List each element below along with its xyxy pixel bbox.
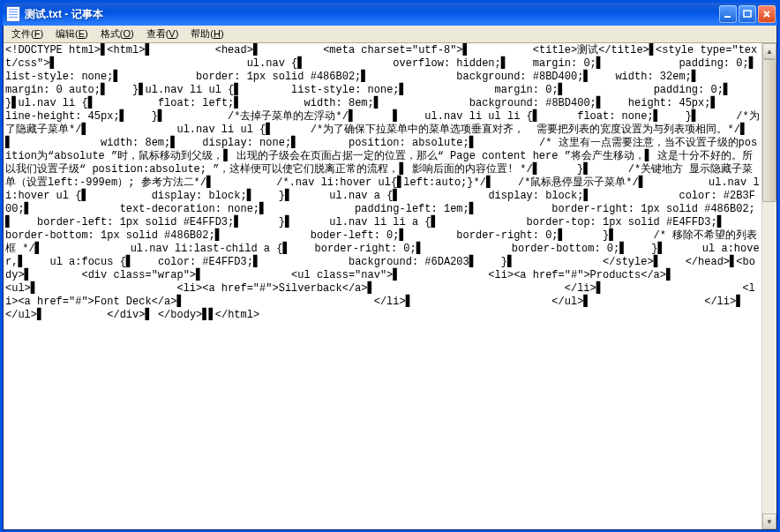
scroll-track[interactable] — [762, 59, 776, 513]
svg-rect-0 — [724, 16, 731, 18]
window-buttons — [719, 5, 776, 23]
menu-help[interactable]: 帮助(H) — [184, 26, 229, 41]
close-button[interactable] — [758, 5, 776, 23]
menu-file[interactable]: 文件(F) — [5, 26, 49, 41]
window-title: 测试.txt - 记事本 — [25, 7, 719, 22]
maximize-button[interactable] — [739, 5, 756, 23]
notepad-icon — [6, 6, 20, 22]
editor-content[interactable]: <!DOCTYPE html>▋<html>▋ <head>▋ <meta ch… — [4, 43, 762, 529]
menubar: 文件(F) 编辑(E) 格式(O) 查看(V) 帮助(H) — [4, 26, 776, 43]
client-area: 文件(F) 编辑(E) 格式(O) 查看(V) 帮助(H) <!DOCTYPE … — [3, 26, 777, 530]
menu-view[interactable]: 查看(V) — [140, 26, 185, 41]
scroll-up-button[interactable]: ▲ — [762, 43, 776, 59]
notepad-window: 测试.txt - 记事本 文件(F) 编辑(E) 格式(O) 查看(V) 帮助(… — [0, 0, 780, 532]
vertical-scrollbar[interactable]: ▲ ▼ — [761, 43, 776, 529]
scroll-down-button[interactable]: ▼ — [762, 513, 776, 529]
titlebar[interactable]: 测试.txt - 记事本 — [3, 3, 777, 26]
menu-format[interactable]: 格式(O) — [94, 26, 140, 41]
minimize-button[interactable] — [719, 5, 737, 23]
svg-rect-1 — [744, 11, 751, 17]
scroll-thumb[interactable] — [762, 59, 776, 202]
editor-area: <!DOCTYPE html>▋<html>▋ <head>▋ <meta ch… — [4, 43, 776, 529]
menu-edit[interactable]: 编辑(E) — [49, 26, 94, 41]
